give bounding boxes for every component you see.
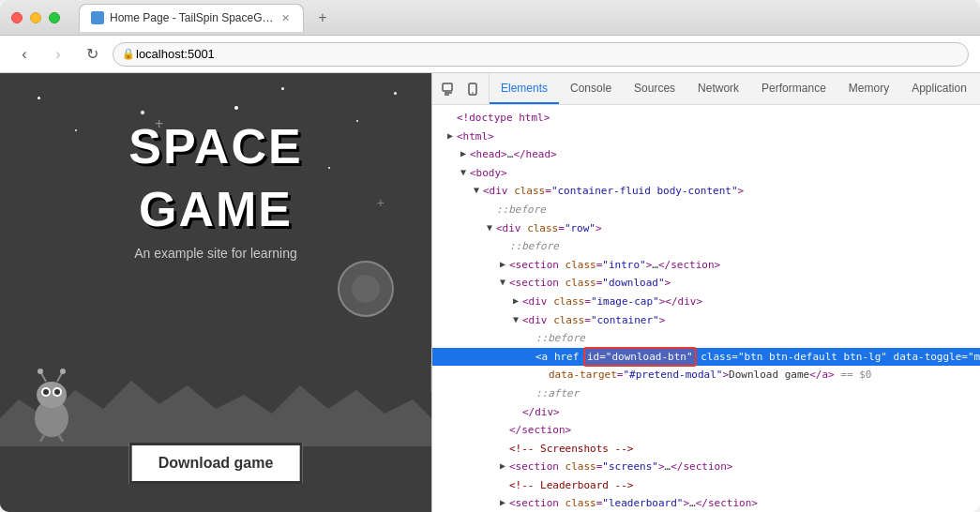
star-decoration bbox=[356, 120, 358, 122]
dom-line[interactable]: ▼ <body> bbox=[432, 164, 980, 183]
expand-icon[interactable]: ▶ bbox=[457, 146, 470, 161]
space-game-background: + + SPACE GAME An example site for learn… bbox=[0, 73, 431, 512]
expand-icon[interactable]: ▶ bbox=[496, 459, 509, 474]
dom-highlighted-line[interactable]: <a href id="download-btn" class="btn btn… bbox=[432, 348, 980, 367]
tab-favicon bbox=[91, 11, 104, 24]
back-button[interactable]: ‹ bbox=[11, 41, 38, 68]
expand-icon[interactable] bbox=[496, 238, 509, 253]
download-game-button[interactable]: Download game bbox=[129, 443, 303, 484]
svg-line-12 bbox=[59, 435, 63, 442]
dom-line[interactable]: ▶ <div class="image-cap"></div> bbox=[432, 293, 980, 311]
dom-line[interactable]: ▶ <section class="intro">…</section> bbox=[432, 256, 980, 275]
dom-line[interactable]: data-target="#pretend-modal">Download ga… bbox=[432, 366, 980, 384]
expand-icon[interactable]: ▼ bbox=[457, 165, 470, 180]
expand-icon[interactable]: ▼ bbox=[483, 220, 496, 235]
dom-line[interactable]: ▼ <div class="container-fluid body-conte… bbox=[432, 182, 980, 201]
tab-performance[interactable]: Performance bbox=[750, 73, 837, 104]
dom-line[interactable]: ▶ <head>…</head> bbox=[432, 145, 980, 164]
dom-tree[interactable]: <!doctype html> ▶ <html> ▶ <head>…</head… bbox=[432, 105, 980, 512]
star-decoration bbox=[281, 87, 284, 90]
dom-line[interactable]: </div> bbox=[432, 403, 980, 422]
expand-icon[interactable] bbox=[522, 385, 535, 400]
browser-tab[interactable]: Home Page - TailSpin SpaceGa... ✕ bbox=[79, 4, 304, 32]
tab-network[interactable]: Network bbox=[686, 73, 750, 104]
inspect-element-icon[interactable] bbox=[440, 81, 457, 98]
star-decoration bbox=[188, 148, 189, 150]
lock-icon: 🔒 bbox=[122, 48, 135, 60]
tab-bar: Home Page - TailSpin SpaceGa... ✕ + bbox=[79, 4, 969, 32]
dom-line[interactable]: <!doctype html> bbox=[432, 109, 980, 128]
dom-line[interactable]: ▼ <div class="row"> bbox=[432, 219, 980, 238]
forward-button[interactable]: › bbox=[45, 41, 71, 68]
tab-sources[interactable]: Sources bbox=[623, 73, 686, 104]
navbar: ‹ › ↻ 🔒 bbox=[0, 36, 980, 73]
maximize-button[interactable] bbox=[49, 12, 60, 23]
expand-icon[interactable]: ▼ bbox=[496, 275, 509, 290]
minimize-button[interactable] bbox=[30, 12, 41, 23]
expand-icon[interactable] bbox=[522, 330, 535, 345]
reload-button[interactable]: ↻ bbox=[79, 41, 105, 68]
devtools-toggle[interactable]: ⋮ bbox=[430, 364, 431, 392]
new-tab-button[interactable]: + bbox=[311, 7, 334, 29]
expand-icon[interactable]: ▶ bbox=[509, 294, 522, 309]
svg-line-11 bbox=[40, 435, 44, 442]
dom-line[interactable]: ::before bbox=[432, 329, 980, 348]
devtools-icon-bar bbox=[432, 73, 490, 104]
browser-viewport: + + SPACE GAME An example site for learn… bbox=[0, 73, 431, 512]
highlighted-attribute: id="download-btn" bbox=[585, 349, 695, 366]
tab-application[interactable]: Application bbox=[900, 73, 978, 104]
tab-close-icon[interactable]: ✕ bbox=[279, 12, 292, 24]
device-toolbar-icon[interactable] bbox=[464, 81, 481, 98]
dom-line[interactable]: ▼ <section class="download"> bbox=[432, 274, 980, 293]
tab-memory[interactable]: Memory bbox=[837, 73, 900, 104]
planet-decoration bbox=[352, 275, 380, 303]
devtools-toolbar: Elements Console Sources Network Perform… bbox=[432, 73, 980, 105]
plus-decoration: + bbox=[377, 195, 384, 210]
dom-line[interactable]: <!-- Leaderboard --> bbox=[432, 476, 980, 495]
svg-point-2 bbox=[37, 382, 67, 408]
expand-icon[interactable] bbox=[483, 202, 496, 217]
expand-icon[interactable] bbox=[535, 367, 549, 382]
svg-rect-13 bbox=[443, 83, 452, 91]
expand-icon[interactable]: ▼ bbox=[509, 312, 522, 327]
star-decoration bbox=[141, 111, 144, 114]
dom-line[interactable]: ▼ <div class="container"> bbox=[432, 311, 980, 330]
tab-elements[interactable]: Elements bbox=[490, 73, 559, 104]
game-title: SPACE GAME bbox=[128, 120, 302, 246]
address-input[interactable] bbox=[113, 42, 969, 67]
space-title-line2: GAME bbox=[128, 183, 302, 236]
dom-line[interactable]: ::before bbox=[432, 201, 980, 219]
expand-icon[interactable]: ▶ bbox=[444, 128, 457, 143]
browser-window: Home Page - TailSpin SpaceGa... ✕ + ‹ › … bbox=[0, 0, 980, 512]
expand-icon[interactable] bbox=[444, 110, 457, 125]
svg-point-5 bbox=[43, 389, 49, 395]
svg-point-6 bbox=[54, 389, 60, 395]
star-decoration bbox=[234, 106, 238, 110]
dom-line[interactable]: ::after bbox=[432, 384, 980, 403]
close-button[interactable] bbox=[11, 12, 23, 23]
dom-line[interactable]: ▶ <html> bbox=[432, 128, 980, 146]
traffic-lights bbox=[11, 12, 60, 23]
dom-line[interactable]: ▶ <section class="screens">…</section> bbox=[432, 458, 980, 476]
dom-line[interactable]: <!-- Screenshots --> bbox=[432, 440, 980, 459]
star-decoration bbox=[394, 92, 397, 95]
expand-icon[interactable] bbox=[509, 404, 522, 419]
expand-icon[interactable] bbox=[496, 477, 509, 492]
dom-line[interactable]: ::before bbox=[432, 237, 980, 256]
address-bar-wrapper: 🔒 bbox=[113, 42, 969, 67]
download-button-wrapper: Download game bbox=[129, 443, 303, 484]
star-decoration bbox=[328, 167, 330, 169]
expand-icon[interactable]: ▶ bbox=[496, 495, 509, 510]
svg-point-17 bbox=[472, 92, 474, 94]
dom-line[interactable]: ▶ <section class="leaderboard">…</sectio… bbox=[432, 494, 980, 512]
expand-icon[interactable] bbox=[496, 422, 509, 437]
expand-icon[interactable] bbox=[496, 441, 509, 456]
expand-icon[interactable]: ▶ bbox=[496, 257, 509, 272]
expand-icon[interactable]: ▼ bbox=[470, 183, 483, 198]
star-decoration bbox=[75, 129, 77, 131]
tab-console[interactable]: Console bbox=[559, 73, 623, 104]
star-decoration bbox=[38, 97, 40, 99]
expand-icon[interactable] bbox=[522, 349, 535, 364]
main-content: + + SPACE GAME An example site for learn… bbox=[0, 73, 980, 512]
dom-line[interactable]: </section> bbox=[432, 421, 980, 440]
